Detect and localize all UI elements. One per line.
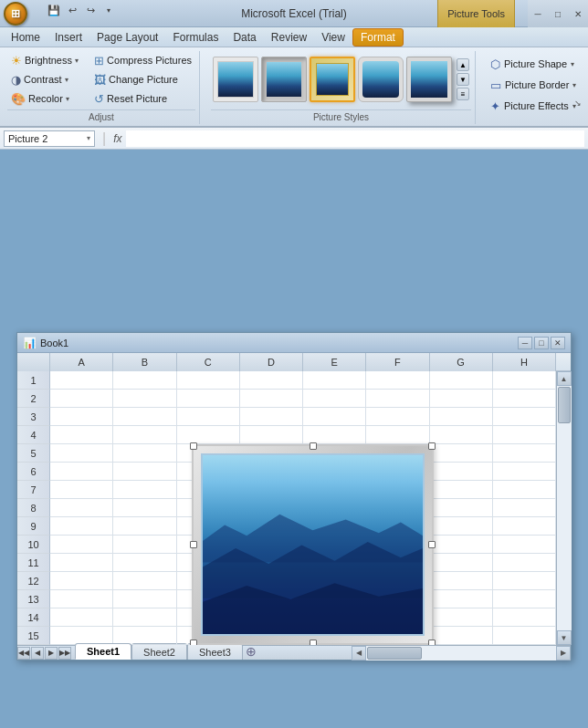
menu-review[interactable]: Review	[264, 28, 314, 47]
gallery-scroll-down[interactable]: ▼	[457, 73, 469, 86]
corner-cell	[17, 353, 50, 371]
workbook-restore[interactable]: □	[534, 337, 549, 349]
formula-input[interactable]	[126, 130, 585, 147]
fx-label: fx	[113, 132, 121, 145]
contrast-icon: ◑	[11, 73, 21, 87]
menu-data[interactable]: Data	[226, 28, 263, 47]
menu-format[interactable]: Format	[352, 28, 404, 47]
tab-first-button[interactable]: ◀◀	[17, 647, 30, 660]
picture-style-3[interactable]	[310, 57, 355, 102]
ribbon-group-expand[interactable]: ↘	[574, 99, 585, 109]
name-box-dropdown[interactable]: ▾	[87, 134, 90, 142]
row-13[interactable]: 13	[17, 590, 50, 608]
row-6[interactable]: 6	[17, 463, 50, 481]
col-header-h[interactable]: H	[493, 353, 556, 371]
vertical-scrollbar[interactable]: ▲ ▼	[556, 371, 571, 645]
insert-sheet-button[interactable]: ⊕	[243, 643, 259, 660]
workbook-title: Book1	[40, 338, 68, 348]
h-scroll-left-arrow[interactable]: ◀	[352, 646, 366, 660]
col-header-d[interactable]: D	[240, 353, 303, 371]
redo-button[interactable]: ↪	[82, 2, 99, 18]
sheet-tab-nav[interactable]: ◀◀ ◀ ▶ ▶▶	[17, 646, 71, 660]
picture-shape-icon: ⬡	[490, 57, 500, 71]
compress-pictures-button[interactable]: ⊞ Compress Pictures	[90, 51, 195, 69]
workbook-icon: 📊	[23, 337, 37, 349]
save-button[interactable]: 💾	[46, 2, 62, 18]
h-scroll-right-arrow[interactable]: ▶	[556, 646, 571, 660]
office-button[interactable]: ⊞	[4, 2, 27, 26]
picture-style-5[interactable]	[406, 57, 452, 102]
col-header-c[interactable]: C	[177, 353, 240, 371]
name-box-value: Picture 2	[8, 133, 47, 144]
sheet-tab-3[interactable]: Sheet3	[187, 643, 243, 660]
col-header-g[interactable]: G	[430, 353, 493, 371]
col-header-f[interactable]: F	[366, 353, 429, 371]
adjust-group-label: Adjust	[7, 109, 195, 124]
picture-tools-label: Picture Tools	[437, 0, 515, 27]
close-button[interactable]: ✕	[568, 0, 588, 27]
col-header-a[interactable]: A	[50, 353, 113, 371]
col-header-b[interactable]: B	[113, 353, 176, 371]
workbook-close[interactable]: ✕	[551, 337, 565, 349]
tab-prev-button[interactable]: ◀	[31, 647, 44, 660]
row-14[interactable]: 14	[17, 608, 50, 627]
change-picture-icon: 🖼	[94, 73, 106, 87]
qa-dropdown[interactable]: ▾	[100, 2, 117, 18]
recolor-button[interactable]: 🎨 Recolor ▾	[7, 89, 87, 108]
menu-formulas[interactable]: Formulas	[165, 28, 226, 47]
scroll-down-arrow[interactable]: ▼	[557, 630, 572, 645]
brightness-button[interactable]: ☀ Brightness ▾	[7, 51, 87, 69]
brightness-dropdown-arrow: ▾	[75, 57, 79, 65]
embedded-picture[interactable]	[192, 444, 434, 645]
tab-last-button[interactable]: ▶▶	[58, 647, 71, 660]
name-box[interactable]: Picture 2 ▾	[4, 130, 95, 147]
row-4[interactable]: 4	[17, 426, 50, 444]
minimize-button[interactable]: ─	[528, 0, 548, 27]
horizontal-scrollbar[interactable]: ◀ ▶	[352, 646, 571, 660]
undo-button[interactable]: ↩	[64, 2, 80, 18]
row-7[interactable]: 7	[17, 481, 50, 499]
row-2[interactable]: 2	[17, 390, 50, 408]
picture-border-button[interactable]: ▭ Picture Border ▾	[485, 76, 582, 94]
menu-home[interactable]: Home	[4, 28, 47, 47]
grid-row-3	[50, 408, 556, 426]
contrast-button[interactable]: ◑ Contrast ▾	[7, 70, 87, 88]
contrast-dropdown-arrow: ▾	[65, 76, 68, 84]
row-11[interactable]: 11	[17, 554, 50, 572]
sheet-tab-2[interactable]: Sheet2	[131, 643, 187, 660]
picture-effects-button[interactable]: ✦ Picture Effects ▾	[485, 97, 582, 115]
restore-button[interactable]: □	[548, 0, 568, 27]
row-9[interactable]: 9	[17, 517, 50, 536]
brightness-icon: ☀	[11, 54, 22, 68]
reset-picture-button[interactable]: ↺ Reset Picture	[90, 89, 195, 108]
gallery-expand[interactable]: ≡	[457, 88, 469, 100]
change-picture-button[interactable]: 🖼 Change Picture	[90, 70, 195, 88]
gallery-scroll-up[interactable]: ▲	[457, 58, 469, 71]
row-3[interactable]: 3	[17, 408, 50, 426]
tab-next-button[interactable]: ▶	[45, 647, 58, 660]
row-15[interactable]: 15	[17, 627, 50, 645]
sheet-tab-1[interactable]: Sheet1	[75, 643, 131, 660]
menu-view[interactable]: View	[314, 28, 352, 47]
row-1[interactable]: 1	[17, 371, 50, 390]
picture-shape-button[interactable]: ⬡ Picture Shape ▾	[485, 55, 580, 73]
picture-style-1[interactable]	[213, 57, 258, 102]
col-header-e[interactable]: E	[303, 353, 366, 371]
row-10[interactable]: 10	[17, 536, 50, 554]
grid-row-2	[50, 390, 556, 408]
picture-style-2[interactable]	[261, 57, 307, 102]
picture-styles-label: Picture Styles	[211, 109, 471, 124]
menu-insert[interactable]: Insert	[47, 28, 89, 47]
scroll-thumb[interactable]	[558, 387, 571, 423]
h-scroll-thumb[interactable]	[367, 647, 422, 660]
menu-page-layout[interactable]: Page Layout	[89, 28, 165, 47]
row-5[interactable]: 5	[17, 444, 50, 463]
row-8[interactable]: 8	[17, 499, 50, 517]
picture-style-4[interactable]	[358, 57, 404, 102]
compress-icon: ⊞	[94, 54, 104, 68]
workbook-minimize[interactable]: ─	[518, 337, 532, 349]
recolor-dropdown-arrow: ▾	[66, 95, 69, 103]
scroll-up-arrow[interactable]: ▲	[557, 371, 572, 386]
row-12[interactable]: 12	[17, 572, 50, 590]
picture-effects-icon: ✦	[490, 99, 500, 113]
